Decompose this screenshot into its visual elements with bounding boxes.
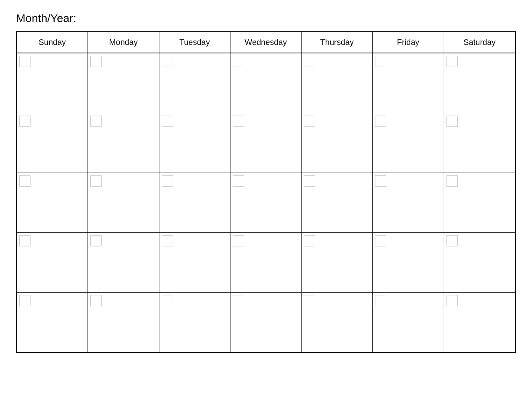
date-box — [233, 56, 244, 67]
date-box — [162, 235, 173, 246]
cell-r2-tue — [159, 113, 230, 173]
cell-r1-sun — [17, 53, 88, 113]
calendar-row-5 — [17, 293, 515, 352]
date-box — [233, 175, 244, 187]
cell-r4-wed — [230, 233, 302, 292]
cell-r3-fri — [373, 173, 444, 232]
cell-r4-mon — [88, 233, 159, 292]
cell-r4-sat — [444, 233, 515, 292]
date-box — [446, 235, 458, 246]
date-box — [162, 56, 173, 67]
cell-r4-sun — [17, 233, 88, 292]
date-box — [446, 295, 458, 306]
header-sunday: Sunday — [17, 32, 88, 53]
cell-r2-sat — [444, 113, 515, 173]
cell-r1-tue — [159, 53, 230, 113]
cell-r3-sun — [17, 173, 88, 232]
date-box — [90, 235, 102, 246]
cell-r3-wed — [230, 173, 302, 232]
calendar-header: Sunday Monday Tuesday Wednesday Thursday… — [17, 32, 515, 53]
date-box — [375, 116, 386, 127]
date-box — [19, 175, 31, 187]
cell-r1-wed — [230, 53, 302, 113]
cell-r5-sat — [444, 293, 515, 352]
cell-r5-mon — [88, 293, 159, 352]
date-box — [304, 235, 315, 246]
date-box — [304, 295, 315, 306]
calendar-row-1 — [17, 53, 515, 113]
date-box — [19, 235, 31, 246]
date-box — [446, 56, 458, 67]
cell-r3-thu — [302, 173, 373, 232]
cell-r2-sun — [17, 113, 88, 173]
date-box — [162, 116, 173, 127]
date-box — [162, 295, 173, 306]
cell-r3-tue — [159, 173, 230, 232]
date-box — [233, 295, 244, 306]
cell-r3-mon — [88, 173, 159, 232]
calendar-row-3 — [17, 173, 515, 233]
date-box — [90, 175, 102, 187]
date-box — [19, 56, 31, 67]
date-box — [446, 175, 458, 187]
month-year-label: Month/Year: — [16, 12, 516, 25]
cell-r2-mon — [88, 113, 159, 173]
date-box — [446, 116, 458, 127]
calendar-container: Sunday Monday Tuesday Wednesday Thursday… — [16, 31, 516, 353]
header-monday: Monday — [88, 32, 159, 53]
cell-r1-thu — [302, 53, 373, 113]
calendar-body — [17, 53, 515, 352]
date-box — [233, 116, 244, 127]
cell-r2-fri — [373, 113, 444, 173]
cell-r5-thu — [302, 293, 373, 352]
date-box — [304, 116, 315, 127]
date-box — [162, 175, 173, 187]
date-box — [233, 235, 244, 246]
cell-r5-tue — [159, 293, 230, 352]
cell-r5-wed — [230, 293, 302, 352]
cell-r5-fri — [373, 293, 444, 352]
cell-r4-thu — [302, 233, 373, 292]
date-box — [375, 295, 386, 306]
calendar-row-4 — [17, 233, 515, 293]
cell-r3-sat — [444, 173, 515, 232]
cell-r1-fri — [373, 53, 444, 113]
header-thursday: Thursday — [302, 32, 373, 53]
date-box — [90, 116, 102, 127]
date-box — [19, 295, 31, 306]
header-friday: Friday — [373, 32, 444, 53]
date-box — [19, 116, 31, 127]
header-wednesday: Wednesday — [230, 32, 302, 53]
date-box — [375, 56, 386, 67]
cell-r4-fri — [373, 233, 444, 292]
date-box — [375, 235, 386, 246]
cell-r2-thu — [302, 113, 373, 173]
calendar-row-2 — [17, 113, 515, 173]
cell-r4-tue — [159, 233, 230, 292]
date-box — [90, 295, 102, 306]
header-saturday: Saturday — [444, 32, 515, 53]
cell-r1-mon — [88, 53, 159, 113]
date-box — [304, 175, 315, 187]
date-box — [90, 56, 102, 67]
cell-r1-sat — [444, 53, 515, 113]
cell-r2-wed — [230, 113, 302, 173]
header-tuesday: Tuesday — [159, 32, 230, 53]
date-box — [304, 56, 315, 67]
date-box — [375, 175, 386, 187]
cell-r5-sun — [17, 293, 88, 352]
